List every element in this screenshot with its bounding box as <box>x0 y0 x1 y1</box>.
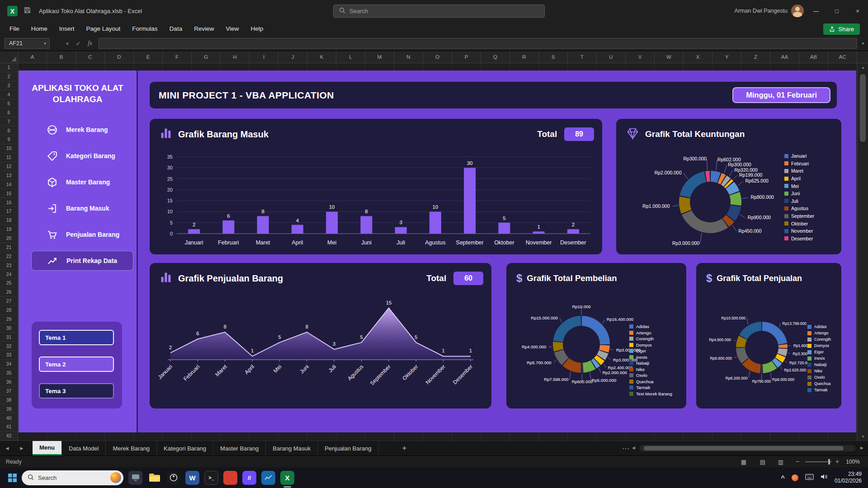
sheet-nav-left-icon[interactable]: ◀ <box>0 441 14 455</box>
column-header-C[interactable]: C <box>76 51 105 63</box>
vertical-scrollbar-thumb[interactable] <box>860 74 866 142</box>
column-header-T[interactable]: T <box>568 51 597 63</box>
sheet-tab-kategori-barang[interactable]: Kategori Barang <box>157 441 213 455</box>
row-header-12[interactable]: 12 <box>0 162 18 171</box>
app-icon-chart-app[interactable] <box>261 471 275 485</box>
row-header-14[interactable]: 14 <box>0 180 18 189</box>
sidebar-item-merek-barang[interactable]: Merek Barang <box>31 117 133 143</box>
windows-start-button[interactable] <box>8 474 17 482</box>
row-header-35[interactable]: 35 <box>0 369 18 378</box>
formula-input[interactable] <box>99 38 857 49</box>
row-header-21[interactable]: 21 <box>0 243 18 252</box>
sheet-tab-penjualan-barang[interactable]: Penjualan Barang <box>318 441 378 455</box>
column-header-D[interactable]: D <box>105 51 134 63</box>
column-header-H[interactable]: H <box>221 51 250 63</box>
row-header-31[interactable]: 31 <box>0 333 18 342</box>
menu-home[interactable]: Home <box>25 22 53 36</box>
row-header-11[interactable]: 11 <box>0 153 18 162</box>
column-header-J[interactable]: J <box>278 51 307 63</box>
column-header-AB[interactable]: AB <box>799 51 828 63</box>
app-icon-excel[interactable]: X <box>280 471 294 485</box>
app-icon-terminal[interactable]: >_ <box>204 471 218 485</box>
row-header-37[interactable]: 37 <box>0 387 18 396</box>
formula-bar-expand-icon[interactable]: ▾ <box>858 38 868 49</box>
column-header-AC[interactable]: AC <box>828 51 857 63</box>
sheet-tab-data-model[interactable]: Data Model <box>62 441 106 455</box>
taskbar-search[interactable]: Search <box>22 470 123 485</box>
column-header-A[interactable]: A <box>18 51 47 63</box>
theme-button-tema-1[interactable]: Tema 1 <box>39 330 114 345</box>
app-icon-folder[interactable] <box>147 471 161 485</box>
row-header-36[interactable]: 36 <box>0 378 18 387</box>
row-header-1[interactable]: 1 <box>0 63 18 72</box>
sidebar-item-print-rekap-data[interactable]: Print Rekap Data <box>31 251 133 271</box>
row-header-8[interactable]: 8 <box>0 126 18 135</box>
tray-app-icon[interactable] <box>792 474 798 481</box>
normal-view-icon[interactable]: ▦ <box>738 458 750 466</box>
app-icon-slashes-app[interactable]: // <box>242 471 256 485</box>
chevron-down-icon[interactable]: ▾ <box>44 41 49 46</box>
row-header-41[interactable]: 41 <box>0 422 18 432</box>
zoom-slider-thumb[interactable] <box>828 459 830 465</box>
column-header-M[interactable]: M <box>365 51 394 63</box>
row-header-29[interactable]: 29 <box>0 315 18 324</box>
theme-button-tema-2[interactable]: Tema 2 <box>39 357 114 372</box>
zoom-slider[interactable] <box>805 461 831 462</box>
row-header-26[interactable]: 26 <box>0 288 18 297</box>
column-header-Y[interactable]: Y <box>712 51 741 63</box>
row-header-7[interactable]: 7 <box>0 117 18 126</box>
user-avatar[interactable] <box>791 5 804 17</box>
column-header-S[interactable]: S <box>539 51 568 63</box>
row-header-2[interactable]: 2 <box>0 72 18 81</box>
column-header-L[interactable]: L <box>336 51 365 63</box>
select-all-corner[interactable] <box>0 51 18 63</box>
sidebar-item-barang-masuk[interactable]: Barang Masuk <box>31 195 133 221</box>
column-header-K[interactable]: K <box>307 51 336 63</box>
taskbar-clock[interactable]: 23:49 01/02/2026 <box>835 471 862 484</box>
row-header-3[interactable]: 3 <box>0 81 18 90</box>
row-header-22[interactable]: 22 <box>0 252 18 261</box>
column-header-I[interactable]: I <box>250 51 278 63</box>
column-header-E[interactable]: E <box>134 51 163 63</box>
row-header-20[interactable]: 20 <box>0 234 18 243</box>
share-button[interactable]: Share <box>823 23 860 35</box>
save-icon[interactable] <box>24 6 31 16</box>
column-header-V[interactable]: V <box>626 51 655 63</box>
page-layout-view-icon[interactable]: ▤ <box>757 458 769 466</box>
column-header-Q[interactable]: Q <box>481 51 510 63</box>
excel-app-icon[interactable]: X <box>7 6 18 16</box>
row-header-13[interactable]: 13 <box>0 171 18 180</box>
spreadsheet-canvas[interactable]: APLIKASI TOKO ALAT OLAHRAGA Merek Barang… <box>18 63 857 441</box>
column-header-W[interactable]: W <box>655 51 684 63</box>
row-header-10[interactable]: 10 <box>0 144 18 153</box>
row-header-30[interactable]: 30 <box>0 324 18 333</box>
hscroll-left-icon[interactable]: ◀ <box>632 446 635 450</box>
app-icon-monitor[interactable] <box>128 471 142 485</box>
insert-function-icon[interactable]: fx <box>85 38 95 49</box>
theme-button-tema-3[interactable]: Tema 3 <box>39 383 114 399</box>
horizontal-scrollbar[interactable]: ◀ ▶ <box>632 445 863 451</box>
page-break-view-icon[interactable]: ▥ <box>775 458 787 466</box>
column-header-F[interactable]: F <box>163 51 192 63</box>
zoom-percentage[interactable]: 100% <box>846 459 860 465</box>
cancel-icon[interactable]: × <box>62 38 72 49</box>
row-header-39[interactable]: 39 <box>0 404 18 413</box>
app-icon-word[interactable]: W <box>185 471 199 485</box>
add-sheet-button[interactable]: + <box>398 441 411 455</box>
column-header-B[interactable]: B <box>47 51 76 63</box>
close-button[interactable]: × <box>847 0 868 22</box>
row-header-19[interactable]: 19 <box>0 225 18 234</box>
menu-page-layout[interactable]: Page Layout <box>80 22 127 36</box>
sheet-nav-right-icon[interactable]: ▶ <box>14 441 29 455</box>
scroll-up-icon[interactable]: ▲ <box>858 63 868 71</box>
menu-review[interactable]: Review <box>188 22 220 36</box>
name-box[interactable]: AF21 ▾ <box>5 38 50 49</box>
menu-view[interactable]: View <box>220 22 245 36</box>
row-header-42[interactable]: 42 <box>0 432 18 441</box>
row-header-27[interactable]: 27 <box>0 297 18 306</box>
zoom-in-icon[interactable]: + <box>835 458 839 465</box>
column-header-AA[interactable]: AA <box>770 51 799 63</box>
minimize-button[interactable]: — <box>806 0 826 22</box>
sheet-tab-menu[interactable]: Menu <box>33 441 62 455</box>
titlebar-search[interactable]: Search <box>333 5 545 18</box>
